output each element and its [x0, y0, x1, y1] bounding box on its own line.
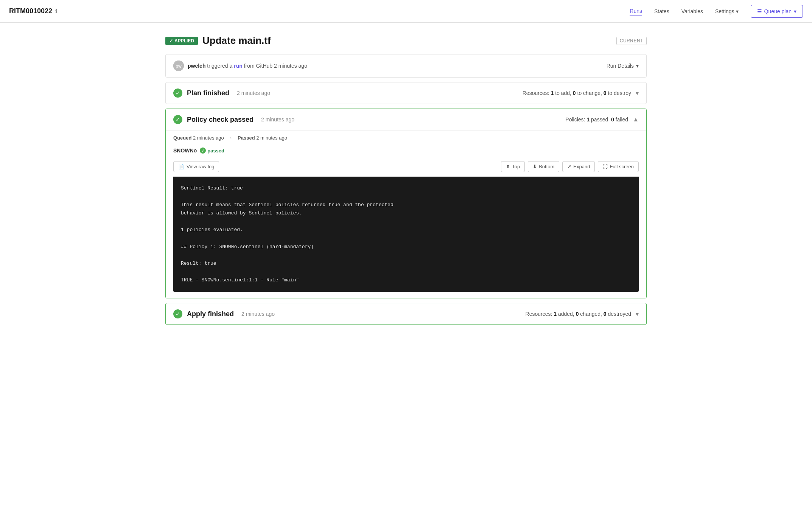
top-icon: ⬆: [506, 164, 510, 169]
terminal-line: [181, 268, 631, 276]
policy-section-right: Policies: 1 passed, 0 failed ▲: [565, 116, 639, 123]
avatar: pw: [173, 61, 184, 71]
document-icon: 📄: [178, 164, 184, 169]
nav-settings[interactable]: Settings ▾: [715, 7, 739, 16]
plan-section: ✓ Plan finished 2 minutes ago Resources:…: [165, 82, 647, 104]
triggered-text-before: triggered a: [207, 63, 234, 69]
expand-icon: ⤢: [567, 164, 571, 169]
plan-resources-label: Resources: 1 to add, 0 to change, 0 to d…: [523, 90, 631, 96]
bottom-button[interactable]: ⬇ Bottom: [528, 161, 559, 172]
apply-resources-label: Resources: 1 added, 0 changed, 0 destroy…: [526, 311, 631, 317]
policy-title: Policy check passed: [187, 116, 254, 124]
nav-variables[interactable]: Variables: [681, 7, 703, 16]
apply-section-header[interactable]: ✓ Apply finished 2 minutes ago Resources…: [166, 303, 646, 324]
svg-text:pw: pw: [176, 64, 182, 69]
triggered-text-after: from GitHub 2 minutes ago: [244, 63, 307, 69]
terminal-line: Sentinel Result: true: [181, 184, 631, 193]
terminal-line: behavior is allowed by Sentinel policies…: [181, 209, 631, 217]
queue-icon: ☰: [757, 8, 762, 14]
policy-meta: Queued 2 minutes ago › Passed 2 minutes …: [173, 130, 639, 145]
triggered-row: pw pwelch triggered a run from GitHub 2 …: [165, 54, 647, 78]
run-link[interactable]: run: [234, 63, 243, 69]
run-title-left: APPLIED Update main.tf: [165, 35, 271, 47]
apply-title: Apply finished: [187, 310, 234, 318]
view-raw-log-button[interactable]: 📄 View raw log: [173, 161, 219, 172]
queue-plan-button[interactable]: ☰ Queue plan ▾: [751, 5, 803, 18]
policy-status-badge: passed: [200, 148, 224, 154]
info-icon[interactable]: ℹ: [55, 8, 57, 14]
chevron-down-icon: ▾: [636, 63, 639, 69]
policy-queued-label: Queued 2 minutes ago: [173, 135, 224, 141]
plan-section-header-left: ✓ Plan finished 2 minutes ago: [173, 88, 270, 98]
expand-button[interactable]: ⤢ Expand: [562, 161, 595, 172]
triggered-text: pwelch triggered a run from GitHub 2 min…: [188, 63, 307, 69]
terminal-line: ## Policy 1: SNOWNo.sentinel (hard-manda…: [181, 243, 631, 251]
policy-chevron-icon: ▲: [633, 116, 639, 123]
terminal-line: [181, 217, 631, 226]
applied-badge: APPLIED: [165, 37, 198, 45]
plan-check-icon: ✓: [173, 88, 182, 98]
workspace-title: RITM0010022 ℹ: [9, 7, 57, 15]
top-button[interactable]: ⬆ Top: [501, 161, 525, 172]
terminal-line: Result: true: [181, 259, 631, 268]
policy-check-icon: ✓: [173, 115, 182, 124]
terminal-output: Sentinel Result: true This result means …: [173, 177, 639, 292]
main-content: APPLIED Update main.tf CURRENT pw pwelch…: [156, 23, 656, 342]
policy-name: SNOWNo: [173, 148, 197, 154]
run-details-button[interactable]: Run Details ▾: [607, 63, 639, 69]
run-title-row: APPLIED Update main.tf CURRENT: [165, 35, 647, 47]
apply-time: 2 minutes ago: [241, 311, 275, 317]
chevron-down-icon: ▾: [736, 8, 739, 14]
main-nav: Runs States Variables Settings ▾: [630, 6, 738, 16]
policy-counts-label: Policies: 1 passed, 0 failed: [565, 116, 628, 123]
plan-title: Plan finished: [187, 89, 229, 97]
bottom-icon: ⬇: [533, 164, 537, 169]
plan-chevron-icon: ▾: [636, 90, 639, 97]
log-toolbar: 📄 View raw log ⬆ Top ⬇ Bottom ⤢ Expand: [173, 158, 639, 177]
plan-section-header[interactable]: ✓ Plan finished 2 minutes ago Resources:…: [166, 82, 646, 104]
policy-section: ✓ Policy check passed 2 minutes ago Poli…: [165, 109, 647, 298]
terminal-line: [181, 251, 631, 259]
chevron-down-icon: ▾: [794, 8, 796, 14]
policy-meta-separator: ›: [230, 135, 232, 141]
terminal-line: 1 policies evaluated.: [181, 226, 631, 234]
header-actions: ☰ Queue plan ▾: [751, 5, 803, 18]
current-badge: CURRENT: [616, 37, 647, 45]
avatar-image: pw: [173, 61, 184, 71]
nav-states[interactable]: States: [654, 7, 669, 16]
terminal-line: This result means that Sentinel policies…: [181, 201, 631, 209]
apply-check-icon: ✓: [173, 309, 182, 318]
apply-section-right: Resources: 1 added, 0 changed, 0 destroy…: [526, 311, 639, 318]
triggered-username: pwelch: [188, 63, 205, 69]
header: RITM0010022 ℹ Runs States Variables Sett…: [0, 0, 812, 23]
workspace-name: RITM0010022: [9, 7, 52, 15]
terminal-line: [181, 193, 631, 201]
fullscreen-button[interactable]: ⛶ Full screen: [598, 161, 639, 172]
policy-time: 2 minutes ago: [261, 116, 294, 123]
terminal-line: [181, 234, 631, 243]
apply-section: ✓ Apply finished 2 minutes ago Resources…: [165, 303, 647, 325]
policy-section-body: Queued 2 minutes ago › Passed 2 minutes …: [166, 130, 646, 298]
run-title: Update main.tf: [202, 35, 271, 47]
nav-runs[interactable]: Runs: [630, 6, 642, 16]
fullscreen-icon: ⛶: [603, 164, 608, 169]
apply-chevron-icon: ▾: [636, 311, 639, 318]
log-nav-buttons: ⬆ Top ⬇ Bottom ⤢ Expand ⛶ Full screen: [501, 161, 639, 172]
plan-time: 2 minutes ago: [237, 90, 270, 96]
policy-row: SNOWNo passed: [173, 145, 639, 158]
policy-section-header[interactable]: ✓ Policy check passed 2 minutes ago Poli…: [166, 109, 646, 130]
triggered-left: pw pwelch triggered a run from GitHub 2 …: [173, 61, 307, 71]
plan-section-right: Resources: 1 to add, 0 to change, 0 to d…: [523, 90, 639, 97]
policy-passed-label: Passed 2 minutes ago: [238, 135, 287, 141]
policy-section-header-left: ✓ Policy check passed 2 minutes ago: [173, 115, 294, 124]
terminal-line: TRUE - SNOWNo.sentinel:1:1 - Rule "main": [181, 276, 631, 284]
apply-section-header-left: ✓ Apply finished 2 minutes ago: [173, 309, 275, 318]
